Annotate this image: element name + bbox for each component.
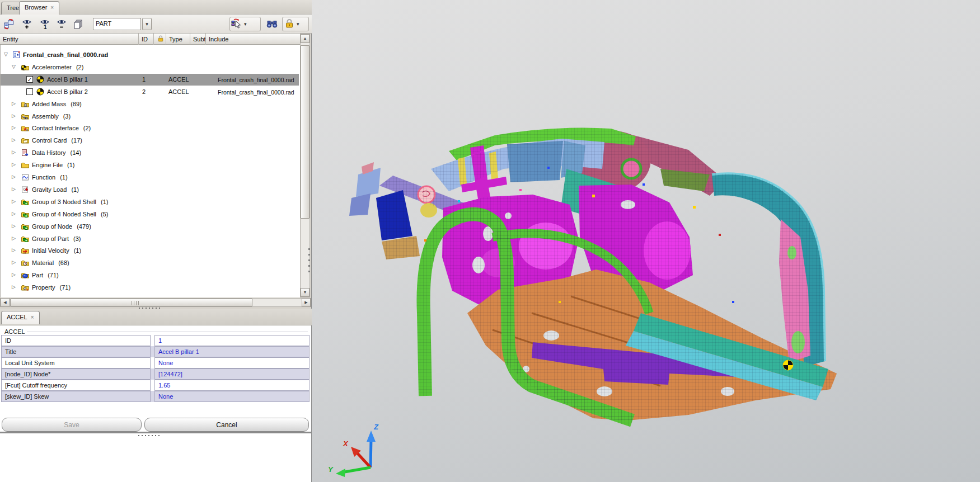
table-row: ID1 — [1, 335, 310, 346]
column-id[interactable]: ID — [139, 34, 154, 45]
tree-row[interactable]: ▷Group of 4 Noded Shell(5) — [1, 209, 300, 220]
function-icon — [21, 173, 30, 182]
expand-toggle-icon[interactable]: ▷ — [12, 272, 16, 277]
tree-horizontal-scrollbar[interactable]: ◀ ▶ — [0, 298, 311, 307]
accelerometer-marker[interactable] — [783, 360, 793, 370]
viewport-splitter-handle[interactable] — [308, 248, 310, 272]
tab-browser[interactable]: Browser× — [19, 1, 59, 15]
visibility-checkbox[interactable]: ✓ — [26, 76, 33, 83]
table-row: TitleAccel B pillar 1 — [1, 346, 310, 357]
close-icon[interactable]: × — [31, 314, 34, 320]
tree-row[interactable]: ▷Group of Node(479) — [1, 221, 300, 233]
tree-row[interactable]: ▷Property(71) — [1, 282, 300, 294]
expand-toggle-icon[interactable]: ▷ — [12, 247, 16, 253]
vertical-scroll-thumb[interactable] — [301, 45, 310, 219]
property-value[interactable]: 1.65 — [154, 380, 310, 391]
collapse-toggle-icon[interactable]: ▽ — [4, 51, 8, 57]
browser-toolbar: 1 PART ▾ ▾ ▾ — [0, 15, 312, 34]
tree-row[interactable]: ▷Added Mass(89) — [1, 98, 300, 110]
expand-toggle-icon[interactable]: ▷ — [12, 186, 16, 192]
expand-toggle-icon[interactable]: ▷ — [12, 125, 16, 130]
expand-toggle-icon[interactable]: ▷ — [12, 101, 16, 106]
expand-toggle-icon[interactable]: ▷ — [12, 137, 16, 143]
show-icon[interactable] — [20, 17, 34, 31]
tree-row[interactable]: ▷Data History(14) — [1, 147, 300, 159]
expand-toggle-icon[interactable]: ▷ — [12, 162, 16, 167]
scroll-up-icon[interactable]: ▲ — [301, 34, 310, 43]
property-label: [skew_ID] Skew — [1, 391, 151, 402]
tab-accel-card[interactable]: ACCEL× — [1, 311, 40, 324]
entity-count: (1) — [101, 199, 108, 205]
column-header-row: Entity ID Type Subtype Include — [0, 34, 300, 45]
property-label: [node_ID] Node* — [1, 368, 151, 380]
save-button[interactable]: Save — [2, 418, 142, 432]
entity-count: (1) — [67, 162, 74, 168]
browser-config-icon[interactable] — [2, 17, 16, 31]
scroll-right-icon[interactable]: ▶ — [302, 298, 311, 307]
column-entity[interactable]: Entity — [0, 34, 139, 45]
entity-count: (5) — [101, 211, 108, 218]
lock-dropdown-icon[interactable]: ▾ — [295, 21, 301, 27]
tree-row[interactable]: ▷Contact Interface(2) — [1, 122, 300, 134]
entity-count: (2) — [83, 125, 91, 131]
lock-icon[interactable] — [284, 18, 295, 30]
close-icon[interactable]: × — [50, 4, 54, 11]
scroll-left-icon[interactable]: ◀ — [1, 298, 10, 307]
property-value[interactable]: [124472] — [154, 368, 310, 380]
selector-tool-icon[interactable] — [231, 18, 242, 30]
viewport-3d[interactable]: Z X Y — [312, 0, 980, 482]
expand-toggle-icon[interactable]: ▷ — [12, 211, 16, 216]
tree-row[interactable]: ▷GGravity Load(1) — [1, 184, 300, 196]
collapse-toggle-icon[interactable]: ▽ — [12, 64, 16, 69]
column-lock[interactable] — [154, 34, 166, 45]
tree-row[interactable]: Accel B pillar 22ACCELFrontal_crash_fina… — [1, 86, 300, 98]
expand-toggle-icon[interactable]: ▷ — [12, 235, 16, 241]
car-model[interactable] — [312, 0, 980, 482]
property-value[interactable]: None — [154, 391, 310, 402]
tree-row[interactable]: ▷Control Card(17) — [1, 135, 300, 147]
expand-toggle-icon[interactable]: ▷ — [12, 149, 16, 155]
tree-row[interactable]: ▷Engine File(1) — [1, 159, 300, 171]
expand-toggle-icon[interactable]: ▷ — [12, 199, 16, 204]
fe-model-canvas[interactable]: Z X Y — [312, 0, 980, 482]
accelerometer-icon — [36, 87, 45, 96]
property-value[interactable]: None — [154, 357, 310, 368]
visibility-checkbox[interactable] — [26, 88, 33, 95]
expand-toggle-icon[interactable]: ▷ — [12, 259, 16, 265]
tree-row[interactable]: ▷Function(1) — [1, 172, 300, 183]
tree-row[interactable]: ▷Assembly(3) — [1, 111, 300, 122]
find-icon[interactable] — [265, 17, 279, 31]
hide-icon[interactable] — [55, 17, 68, 31]
property-label: ID — [1, 335, 151, 346]
tree-row[interactable]: ▽Accelerometer(2) — [1, 62, 300, 73]
column-type[interactable]: Type — [166, 34, 190, 45]
tree-row[interactable]: ▷Group of 3 Noded Shell(1) — [1, 196, 300, 208]
entity-filter-value[interactable]: PART — [93, 18, 141, 30]
tree-row[interactable]: ✓Accel B pillar 11ACCELFrontal_crash_fin… — [1, 74, 300, 86]
tree-row[interactable]: ▷Group of Part(3) — [1, 233, 300, 245]
tree-row[interactable]: ▷Material(68) — [1, 257, 300, 269]
column-include[interactable]: Include — [206, 34, 300, 45]
collector-stack-icon[interactable] — [72, 17, 85, 31]
card-splitter-handle[interactable] — [138, 435, 160, 436]
isolate-icon[interactable]: 1 — [38, 17, 51, 31]
expand-toggle-icon[interactable]: ▷ — [12, 113, 16, 119]
horizontal-scroll-thumb[interactable] — [10, 299, 252, 306]
tree-row[interactable]: ▽Frontal_crash_final_0000.rad — [1, 49, 300, 61]
entity-count: (1) — [71, 186, 78, 193]
expand-toggle-icon[interactable]: ▷ — [12, 284, 16, 290]
tree-row[interactable]: ▷voInitial Velocity(1) — [1, 245, 300, 257]
tree-row-label: Gravity Load(1) — [32, 186, 79, 193]
expand-toggle-icon[interactable]: ▷ — [12, 174, 16, 179]
expand-toggle-icon[interactable]: ▷ — [12, 223, 16, 229]
column-subtype[interactable]: Subtype — [190, 34, 206, 45]
property-value[interactable]: Accel B pillar 1 — [154, 346, 310, 357]
tree-row-label: Accel B pillar 2 — [47, 88, 88, 95]
scroll-down-icon[interactable]: ▼ — [301, 288, 310, 297]
property-value[interactable]: 1 — [154, 335, 310, 346]
added-mass-icon — [21, 100, 30, 108]
cancel-button[interactable]: Cancel — [144, 418, 309, 432]
tree-row[interactable]: ▷Part(71) — [1, 270, 300, 281]
selector-dropdown-icon[interactable]: ▾ — [242, 21, 248, 27]
entity-filter-dropdown[interactable]: ▾ — [142, 18, 152, 30]
